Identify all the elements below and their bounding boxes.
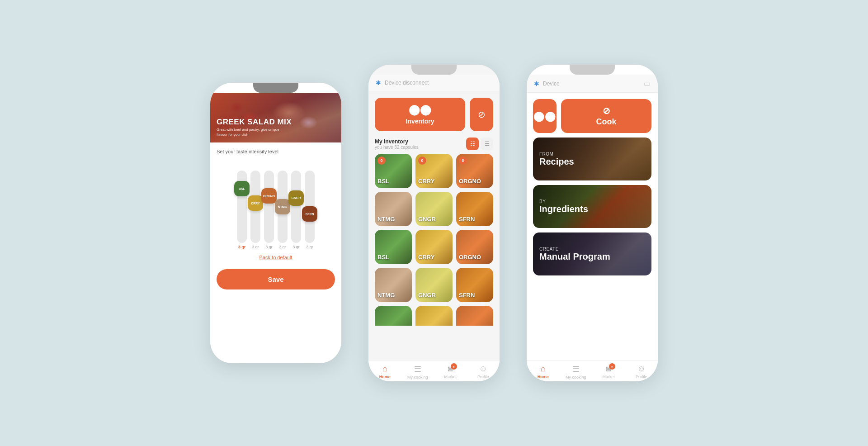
profile-icon-2: ☺ bbox=[479, 364, 487, 374]
nav-profile-3[interactable]: ☺ Profile bbox=[625, 364, 658, 380]
list-view-button[interactable]: ☰ bbox=[481, 138, 493, 150]
title-ingredients: Ingredients bbox=[539, 204, 645, 214]
capsule-item-6[interactable]: SFRN bbox=[456, 192, 493, 226]
cooking-icon-2: ☰ bbox=[414, 364, 421, 374]
capsule-item-5[interactable]: GNGR bbox=[415, 192, 453, 226]
device-status-3: Device bbox=[543, 81, 640, 87]
capsule-code-1: BSL bbox=[375, 175, 392, 188]
title-recipes: Recipes bbox=[539, 157, 645, 166]
capsule-small-button[interactable]: ⬤⬤ bbox=[533, 99, 557, 133]
compass-icon-cook: ⊘ bbox=[603, 105, 610, 116]
capsule-item-12[interactable]: SFRN bbox=[456, 268, 493, 302]
val-bsl: 3 gr bbox=[238, 245, 246, 249]
notch-1 bbox=[253, 83, 298, 93]
thumb-sfrn[interactable]: SFRN bbox=[302, 206, 317, 222]
save-button[interactable]: Save bbox=[217, 269, 335, 289]
thumb-gngr[interactable]: GNGR bbox=[288, 190, 304, 206]
nav-profile-label-2: Profile bbox=[477, 375, 489, 379]
compass-icon: ⊘ bbox=[478, 109, 486, 120]
capsule-item-9[interactable]: ORGNO bbox=[456, 230, 493, 264]
home-icon-3: ⌂ bbox=[541, 364, 546, 374]
capsule-code-4: NTMG bbox=[375, 213, 397, 226]
recipe-card-manual[interactable]: CREATE Manual Program bbox=[533, 232, 651, 275]
grid-view-button[interactable]: ☷ bbox=[466, 138, 479, 150]
nav-market-2[interactable]: ● ◙ Market bbox=[434, 364, 467, 380]
recipe-card-ingredients[interactable]: BY Ingredients bbox=[533, 185, 651, 228]
my-inventory-subtitle: you have 32 capsules bbox=[375, 145, 419, 150]
val-sfrn: 3 gr bbox=[306, 245, 313, 249]
from-manual: CREATE bbox=[539, 247, 645, 251]
device-bar-2: ✱ Device disconnect bbox=[368, 75, 500, 91]
nav-market-label-3: Market bbox=[602, 375, 615, 379]
capsule-item-7[interactable]: BSL bbox=[375, 230, 412, 264]
hero-title: GREEK SALAD MIX bbox=[217, 118, 292, 127]
capsule-code-7: BSL bbox=[375, 251, 392, 264]
slider-ntmg[interactable]: NTMG 3 gr bbox=[278, 171, 288, 249]
slider-sfrn[interactable]: SFRN 3 gr bbox=[305, 171, 315, 249]
capsule-item-13[interactable]: BSL bbox=[375, 306, 412, 326]
capsule-code-2: CRRY bbox=[415, 175, 437, 188]
capsule-item-14[interactable]: CRRY bbox=[415, 306, 453, 326]
slider-bsl[interactable]: BSL 3 gr bbox=[237, 171, 247, 249]
taste-label: Set your taste intensity level bbox=[217, 149, 335, 154]
capsule-item-2[interactable]: 0 CRRY bbox=[415, 154, 453, 188]
capsule-code-11: GNGR bbox=[415, 289, 439, 302]
capsule-item-3[interactable]: 0 ORGNO bbox=[456, 154, 493, 188]
sliders-container: BSL 3 gr CRRY 3 gr ORGNO 3 gr bbox=[217, 159, 335, 249]
thumb-ntmg[interactable]: NTMG bbox=[275, 199, 290, 214]
capsule-item-4[interactable]: NTMG bbox=[375, 192, 412, 226]
profile-icon-3: ☺ bbox=[637, 364, 646, 374]
capsule-item-1[interactable]: 0 BSL bbox=[375, 154, 412, 188]
recipe-card-recipes[interactable]: FROM Recipes bbox=[533, 138, 651, 180]
nav-cooking-label-3: My cooking bbox=[566, 375, 586, 380]
slider-orgno[interactable]: ORGNO 3 gr bbox=[264, 171, 274, 249]
battery-icon: ▭ bbox=[644, 79, 651, 88]
hero-image: GREEK SALAD MIX Great with beef and past… bbox=[210, 93, 341, 142]
nav-home-2[interactable]: ⌂ Home bbox=[368, 364, 401, 380]
phone-3: ✱ Device ▭ ⬤⬤ ⊘ Cook FROM Recipes bbox=[527, 65, 658, 381]
capsule-item-11[interactable]: GNGR bbox=[415, 268, 453, 302]
from-ingredients: BY bbox=[539, 199, 645, 204]
capsule-item-10[interactable]: NTMG bbox=[375, 268, 412, 302]
nav-cooking-3[interactable]: ☰ My cooking bbox=[560, 364, 593, 380]
capsule-grid: 0 BSL 0 CRRY 0 ORGNO NTMG GNGR bbox=[368, 154, 500, 326]
back-to-default-link[interactable]: Back to default bbox=[259, 255, 292, 260]
slider-crry[interactable]: CRRY 3 gr bbox=[250, 171, 260, 249]
market-badge-2: ● bbox=[451, 363, 457, 370]
cooking-icon-3: ☰ bbox=[572, 364, 580, 374]
nav-profile-2[interactable]: ☺ Profile bbox=[467, 364, 500, 380]
nav-market-3[interactable]: ● ◙ Market bbox=[592, 364, 625, 380]
capsule-badge-1: 0 bbox=[377, 157, 386, 165]
capsule-code-8: CRRY bbox=[415, 251, 437, 264]
bottom-nav-3: ⌂ Home ☰ My cooking ● ◙ Market ☺ Profile bbox=[527, 360, 658, 381]
capsule-item-8[interactable]: CRRY bbox=[415, 230, 453, 264]
inventory-label: Inventory bbox=[406, 118, 434, 125]
phone-2: ✱ Device disconnect ⬤⬤ Inventory ⊘ My in… bbox=[368, 65, 500, 381]
nav-profile-label-3: Profile bbox=[636, 375, 647, 379]
nav-home-3[interactable]: ⌂ Home bbox=[527, 364, 560, 380]
cook-main-button[interactable]: ⊘ Cook bbox=[561, 99, 651, 133]
thumb-orgno[interactable]: ORGNO bbox=[261, 188, 277, 204]
bluetooth-icon: ✱ bbox=[376, 79, 381, 86]
market-badge-3: ● bbox=[609, 363, 615, 370]
view-toggle: ☷ ☰ bbox=[466, 138, 493, 150]
capsule-icon-small: ⬤⬤ bbox=[533, 110, 556, 122]
compass-button[interactable]: ⊘ bbox=[470, 98, 493, 131]
thumb-crry[interactable]: CRRY bbox=[248, 195, 263, 211]
cook-label: Cook bbox=[596, 117, 617, 127]
val-gngr: 3 gr bbox=[292, 245, 300, 249]
notch-2 bbox=[411, 65, 457, 75]
from-recipes: FROM bbox=[539, 152, 645, 157]
inventory-main-button[interactable]: ⬤⬤ Inventory bbox=[375, 98, 465, 131]
thumb-bsl[interactable]: BSL bbox=[234, 181, 250, 196]
notch-3 bbox=[570, 65, 615, 75]
inventory-btn-row: ⬤⬤ Inventory ⊘ bbox=[368, 91, 500, 136]
capsule-code-10: NTMG bbox=[375, 289, 397, 302]
capsule-item-15[interactable]: ORGNO bbox=[456, 306, 493, 326]
title-manual: Manual Program bbox=[539, 251, 645, 261]
val-orgno: 3 gr bbox=[265, 245, 273, 249]
val-ntmg: 3 gr bbox=[279, 245, 286, 249]
nav-cooking-2[interactable]: ☰ My cooking bbox=[401, 364, 434, 380]
phone-1: GREEK SALAD MIX Great with beef and past… bbox=[210, 83, 341, 363]
slider-gngr[interactable]: GNGR 3 gr bbox=[291, 171, 301, 249]
